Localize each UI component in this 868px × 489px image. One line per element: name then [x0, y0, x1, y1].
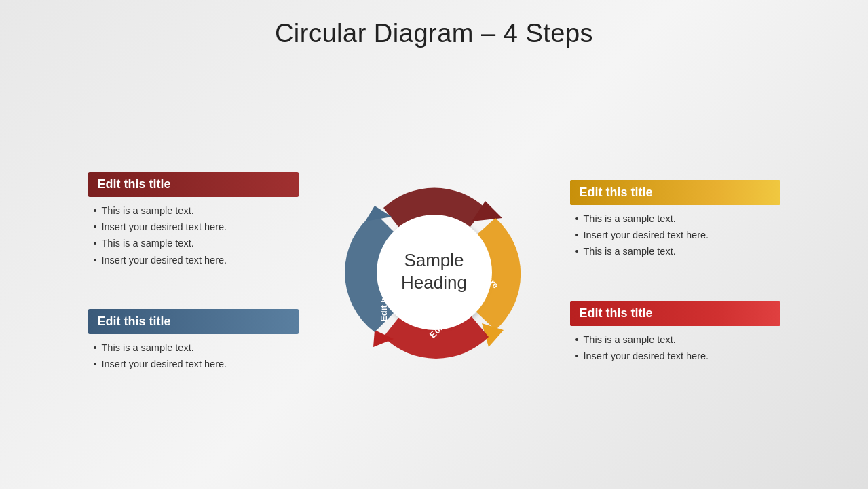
panel-top-right: Edit this title This is a sample text. I… [570, 180, 780, 260]
list-item: This is a sample text. [573, 331, 778, 348]
list-item: This is a sample text. [91, 202, 296, 219]
panel-bottom-left-title[interactable]: Edit this title [88, 309, 299, 334]
list-item: Insert your desired text here. [91, 219, 296, 235]
svg-point-5 [377, 215, 492, 330]
panel-top-left-bullets: This is a sample text. Insert your desir… [88, 202, 299, 268]
list-item: This is a sample text. [91, 340, 296, 356]
panel-bottom-right-bullets: This is a sample text. Insert your desir… [570, 331, 780, 365]
panel-top-left-title[interactable]: Edit this title [88, 172, 299, 197]
list-item: This is a sample text. [91, 235, 296, 251]
panel-top-left: Edit this title This is a sample text. I… [88, 172, 299, 268]
list-item: This is a sample text. [573, 211, 778, 227]
panel-bottom-left-bullets: This is a sample text. Insert your desir… [88, 340, 299, 373]
right-panels: Edit this title This is a sample text. I… [570, 180, 780, 364]
list-item: Insert your desired text here. [573, 348, 778, 364]
panel-bottom-left: Edit this title This is a sample text. I… [88, 309, 299, 373]
panel-bottom-right-title[interactable]: Edit this title [570, 301, 780, 326]
slide: Circular Diagram – 4 Steps Edit this tit… [0, 0, 868, 489]
panel-top-right-title[interactable]: Edit this title [570, 180, 780, 205]
svg-text:Edit here: Edit here [379, 284, 389, 322]
list-item: Insert your desired text here. [91, 252, 296, 268]
panel-top-right-bullets: This is a sample text. Insert your desir… [570, 211, 780, 260]
list-item: This is a sample text. [573, 243, 778, 259]
content-area: Edit this title This is a sample text. I… [0, 55, 868, 489]
panel-bottom-right: Edit this title This is a sample text. I… [570, 301, 780, 365]
list-item: Insert your desired text here. [573, 227, 778, 243]
main-title: Circular Diagram – 4 Steps [275, 19, 593, 48]
list-item: Insert your desired text here. [91, 356, 296, 372]
circular-diagram: Edit here Edit here Edit here Edit here … [319, 157, 550, 388]
left-panels: Edit this title This is a sample text. I… [88, 172, 299, 373]
